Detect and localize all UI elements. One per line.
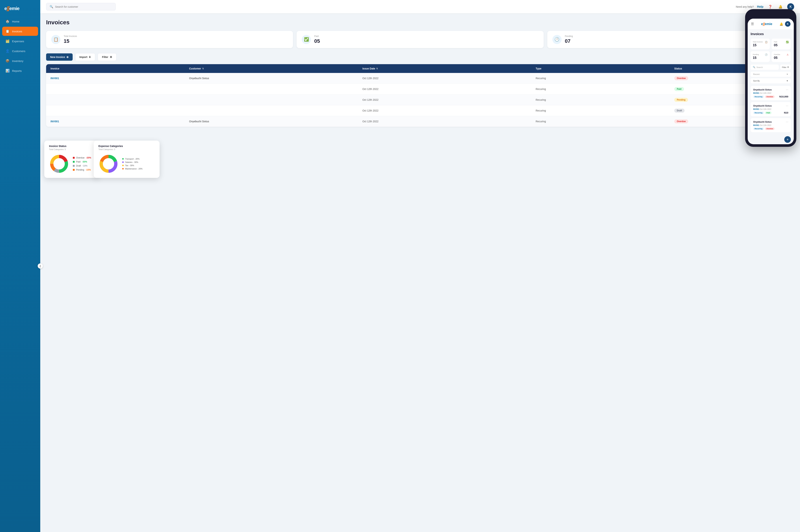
mobile-dropdown-chevron: ▼ (786, 73, 788, 75)
header-customer[interactable]: Customer ⇅ (189, 67, 363, 70)
import-button[interactable]: Import ⬇ (75, 53, 95, 61)
mobile-more-icon[interactable]: ··· (786, 104, 788, 108)
sidebar-collapse-button[interactable]: ❮ (38, 263, 43, 269)
paid-label: Paid (314, 35, 320, 37)
mobile-header: ☰ e∫∫emie 🔔 K (748, 19, 794, 29)
mobile-invoice-amount: N10 (784, 111, 788, 114)
mobile-total-icon: 📋 (765, 41, 768, 43)
mobile-overdue-icon: ⚠ (787, 53, 789, 56)
donut-chart-container: Overdue -20% Paid -30% Draft -10% (49, 154, 94, 174)
mobile-filter-button[interactable]: Filter ⚙ (780, 64, 791, 70)
mobile-bell-icon[interactable]: 🔔 (780, 22, 783, 26)
main-content: 🔍 Need any help? Help ❓ 🔔 K Invoices 📅 T… (40, 0, 800, 532)
mobile-filter-label: Filter (782, 66, 786, 69)
expense-legend: Transport - 20% Salaries - 30% Tax - 30% (122, 158, 143, 170)
mobile-avatar[interactable]: K (785, 21, 790, 27)
expense-card-title: Expense Categories (98, 145, 155, 148)
paid-dot (73, 161, 75, 163)
sidebar-item-reports-label: Reports (12, 69, 22, 72)
expense-donut-container: Transport - 20% Salaries - 30% Tax - 30% (98, 154, 155, 174)
maintenance-label: Maintenance - 20% (125, 168, 143, 170)
overdue-label: Overdue (76, 156, 85, 159)
issue-date: Oct 12th 2022 (362, 120, 535, 123)
mobile-more-icon[interactable]: ··· (786, 120, 788, 124)
sidebar-item-customers-label: Customers (12, 50, 25, 53)
legend-transport: Transport - 20% (122, 158, 143, 160)
mobile-total-label: Total Invoices (753, 41, 763, 43)
page-header: Invoices 📅 Today (46, 19, 794, 26)
filter-label: Filter (102, 56, 108, 58)
mobile-overdue-label: Overdue (774, 54, 780, 55)
legend-draft: Draft -10% (73, 165, 91, 167)
mobile-invoice-card[interactable]: Onyebuchi Sixtus ··· INV001 Oct 12th 202… (751, 86, 791, 100)
mobile-paid-icon: ✅ (786, 41, 789, 43)
mobile-invoice-card[interactable]: Onyebuchi Sixtus ··· INV001 Oct 12th 202… (751, 118, 791, 132)
mobile-pending-icon: 🕐 (765, 53, 768, 56)
date-sort-icon: ⇅ (376, 68, 378, 70)
nav-menu: 🏠 Home 📋 Invoices 🗂️ Expenses 👤 Customer… (0, 17, 40, 75)
mobile-invoice-header: Onyebuchi Sixtus ··· (753, 88, 788, 91)
mobile-invoice-date: Oct 12th 2022 (760, 92, 771, 94)
stat-card-total: 📋 Total Invoices 15 (46, 31, 293, 48)
search-icon: 🔍 (50, 5, 53, 8)
search-input[interactable] (55, 5, 112, 8)
paid-label: Paid (76, 160, 80, 163)
issue-date: Oct 12th 2022 (362, 88, 535, 91)
mobile-pending-value: 15 (753, 56, 768, 60)
mobile-recent-dropdown[interactable]: Recent ▼ (751, 72, 791, 77)
invoice-type: Recuring (535, 88, 674, 91)
table-row[interactable]: Oct 12th 2022 Recuring Draft (46, 105, 794, 116)
mobile-more-icon[interactable]: ··· (786, 88, 788, 91)
table-row[interactable]: Oct 12th 2022 Recuring Paid (46, 84, 794, 95)
mobile-customer-name: Onyebuchi Sixtus (753, 104, 771, 107)
mobile-invoice-amount: N10,000 (779, 95, 788, 98)
table-row[interactable]: INV001 Onyebuchi Sixtus Oct 12th 2022 Re… (46, 73, 794, 84)
reports-icon: 📊 (5, 69, 10, 73)
total-invoices-label: Total Invoices (64, 35, 77, 37)
pending-icon: 🕐 (552, 35, 562, 44)
table-row[interactable]: Oct 12th 2022 Recuring Pending (46, 95, 794, 105)
expense-categories-card: Expense Categories Total Categories: 5 (94, 140, 160, 178)
sidebar-item-reports[interactable]: 📊 Reports (2, 66, 38, 75)
mobile-fab-button[interactable]: + (784, 136, 791, 143)
filter-button[interactable]: Filter ⚙ (98, 53, 116, 61)
customer-search-bar[interactable]: 🔍 (46, 3, 116, 11)
mobile-invoice-card[interactable]: Onyebuchi Sixtus ··· INV001 Oct 12th 202… (751, 102, 791, 116)
mobile-invoice-tags: Recurring Overdue (753, 128, 775, 130)
salaries-dot (122, 162, 124, 163)
sidebar-item-customers[interactable]: 👤 Customers (2, 46, 38, 56)
mobile-stat-pending: Pending 🕐 15 (751, 51, 770, 62)
mobile-sort-dropdown[interactable]: Sort By ▼ (751, 78, 791, 83)
paid-value: 05 (314, 38, 320, 44)
expenses-icon: 🗂️ (5, 39, 10, 43)
customer-sort-icon: ⇅ (202, 68, 204, 70)
legend-pending: Pending -15% (73, 169, 91, 171)
sidebar-item-inventory-label: Inventory (12, 59, 23, 62)
logo: e∫∫emie (0, 4, 40, 17)
invoice-type: Recuring (535, 109, 674, 112)
sidebar-item-home[interactable]: 🏠 Home (2, 17, 38, 26)
table-row[interactable]: INV001 Onyebuchi Sixtus Oct 12th 2022 Re… (46, 116, 794, 127)
total-invoices-icon: 📋 (51, 35, 60, 44)
mobile-paid-value: 05 (774, 43, 789, 47)
page-content: Invoices 📅 Today 📋 Total Invoices 15 ✅ P… (40, 13, 800, 532)
header-issue-date[interactable]: Issue Date ⇅ (362, 67, 535, 70)
sidebar-item-invoices[interactable]: 📋 Invoices (2, 27, 38, 36)
inventory-icon: 📦 (5, 59, 10, 63)
issue-date: Oct 12th 2022 (362, 98, 535, 101)
mobile-sort-chevron: ▼ (786, 80, 788, 82)
header-type: Type (535, 67, 674, 70)
mobile-hamburger-icon[interactable]: ☰ (751, 22, 754, 26)
sidebar-item-inventory[interactable]: 📦 Inventory (2, 56, 38, 65)
mobile-search-icon: 🔍 (753, 66, 756, 69)
help-link[interactable]: Help (757, 5, 763, 8)
mobile-notch (760, 12, 782, 17)
sidebar-item-expenses[interactable]: 🗂️ Expenses (2, 37, 38, 46)
mobile-page-title: Invoices (751, 32, 791, 36)
overdue-dot (73, 157, 75, 159)
new-invoice-button[interactable]: New Invoice ⊕ (46, 53, 73, 61)
customer-name: Onyebuchi Sixtus (189, 120, 363, 123)
legend-overdue: Overdue -20% (73, 156, 91, 159)
total-invoices-info: Total Invoices 15 (64, 35, 77, 44)
mobile-search[interactable]: 🔍 Search (751, 64, 779, 70)
